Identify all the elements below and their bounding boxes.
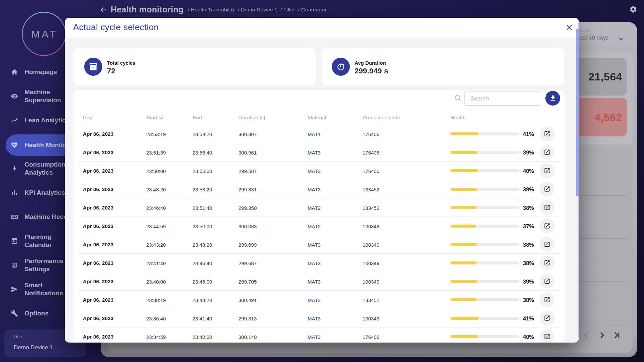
svg-text:MAT: MAT <box>31 28 58 40</box>
